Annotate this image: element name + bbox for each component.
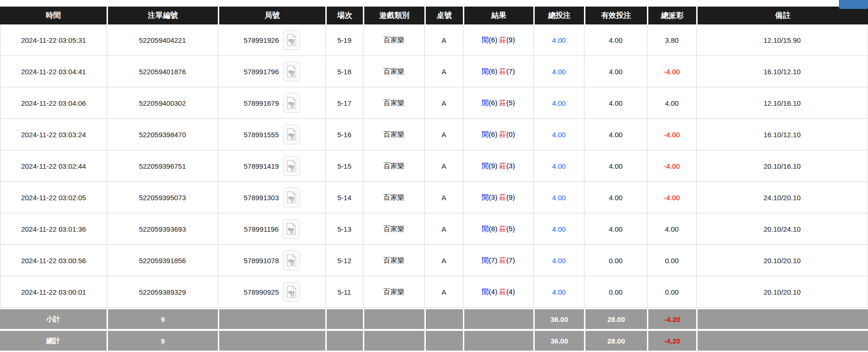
round-number-text: 578991419 bbox=[244, 162, 279, 170]
total-bet-link[interactable]: 4.00 bbox=[552, 162, 566, 170]
result-player-label: 閒 bbox=[482, 288, 489, 296]
video-replay-button[interactable] bbox=[283, 282, 300, 302]
cell-remark: 12.10/15.90 bbox=[696, 24, 868, 56]
cell-table-number: A bbox=[424, 87, 463, 119]
cell-table-number: A bbox=[424, 182, 463, 213]
table-header-row: 時間注單編號局號場次遊戲類別桌號結果總投注有效投注總派彩備註 bbox=[0, 7, 868, 24]
cell-valid-bet: 4.00 bbox=[584, 182, 647, 213]
top-right-button[interactable] bbox=[839, 0, 868, 9]
cell-game-type: 百家樂 bbox=[363, 213, 424, 245]
cell-time: 2024-11-22 03:02:05 bbox=[0, 182, 107, 213]
result-banker-label: 莊 bbox=[499, 99, 507, 107]
total-bet-link[interactable]: 4.00 bbox=[552, 288, 566, 296]
cell-bet-number: 522059400302 bbox=[107, 87, 218, 119]
round-number-text: 578991926 bbox=[244, 36, 279, 44]
cell-remark: 12.10/16.10 bbox=[696, 87, 868, 119]
cell-total-payout: -4.00 bbox=[647, 182, 696, 213]
round-number-text: 578991796 bbox=[244, 68, 279, 76]
total-bet-link[interactable]: 4.00 bbox=[552, 194, 566, 202]
cell-valid-bet: 4.00 bbox=[584, 150, 647, 182]
cell-valid-bet: 4.00 bbox=[584, 213, 647, 245]
total-bet-link[interactable]: 4.00 bbox=[552, 131, 566, 139]
total-bet-link[interactable]: 4.00 bbox=[552, 36, 566, 44]
column-header-total_bet: 總投注 bbox=[533, 7, 584, 24]
column-header-valid_bet: 有效投注 bbox=[584, 7, 647, 24]
footer-empty-cell bbox=[363, 329, 424, 351]
cell-result: 閒(6) 莊(7) bbox=[463, 56, 533, 87]
result-banker-score: (7) bbox=[507, 256, 515, 264]
cell-remark: 20.10/20.10 bbox=[696, 245, 868, 276]
cell-total-bet: 4.00 bbox=[533, 213, 584, 245]
column-header-session: 場次 bbox=[325, 7, 363, 24]
table-row: 2024-11-22 03:00:01522059389329578990925… bbox=[0, 276, 868, 308]
cell-table-number: A bbox=[424, 119, 463, 150]
bet-records-page: 時間注單編號局號場次遊戲類別桌號結果總投注有效投注總派彩備註 2024-11-2… bbox=[0, 7, 868, 352]
footer-count: 9 bbox=[107, 329, 218, 351]
result-player-score: (6) bbox=[489, 130, 497, 138]
cell-total-bet: 4.00 bbox=[533, 150, 584, 182]
cell-bet-number: 522059401876 bbox=[107, 56, 218, 87]
round-number-group: 578991078 bbox=[244, 250, 300, 270]
video-replay-button[interactable] bbox=[283, 30, 300, 50]
footer-empty-cell bbox=[424, 329, 463, 351]
video-replay-button[interactable] bbox=[283, 188, 300, 207]
table-row: 2024-11-22 03:00:56522059391856578991078… bbox=[0, 245, 868, 276]
footer-empty-cell bbox=[325, 308, 363, 329]
result-player-label: 閒 bbox=[482, 67, 489, 75]
video-replay-button[interactable] bbox=[283, 250, 300, 270]
video-replay-button[interactable] bbox=[283, 156, 300, 176]
round-number-group: 578991196 bbox=[244, 219, 300, 239]
total-bet-link[interactable]: 4.00 bbox=[552, 68, 566, 76]
video-replay-button[interactable] bbox=[283, 62, 300, 81]
total-bet-link[interactable]: 4.00 bbox=[552, 225, 566, 233]
result-player-score: (6) bbox=[489, 67, 497, 75]
table-row: 2024-11-22 03:05:31522059404221578991926… bbox=[0, 24, 868, 56]
result-player-score: (7) bbox=[489, 256, 497, 264]
footer-total-bet: 36.00 bbox=[533, 308, 584, 329]
video-file-icon bbox=[286, 286, 297, 298]
round-number-text: 578991303 bbox=[244, 194, 279, 202]
footer-empty-cell bbox=[218, 308, 325, 329]
cell-game-type: 百家樂 bbox=[363, 276, 424, 308]
cell-bet-number: 522059398470 bbox=[107, 119, 218, 150]
video-replay-button[interactable] bbox=[283, 219, 300, 239]
column-header-round_no: 局號 bbox=[218, 7, 325, 24]
cell-result: 閒(9) 莊(3) bbox=[463, 150, 533, 182]
cell-game-type: 百家樂 bbox=[363, 56, 424, 87]
footer-valid-bet: 28.00 bbox=[584, 308, 647, 329]
footer-total-payout: -4.20 bbox=[647, 329, 696, 351]
video-file-icon bbox=[286, 191, 297, 203]
result-player-score: (6) bbox=[489, 99, 497, 107]
footer-empty-cell bbox=[696, 308, 868, 329]
cell-time: 2024-11-22 03:04:06 bbox=[0, 87, 107, 119]
round-number-group: 578990925 bbox=[244, 282, 300, 302]
video-replay-button[interactable] bbox=[283, 93, 300, 113]
table-row: 2024-11-22 03:02:05522059395073578991303… bbox=[0, 182, 868, 213]
round-number-group: 578991679 bbox=[244, 93, 300, 113]
video-file-icon bbox=[286, 34, 297, 46]
video-file-icon bbox=[286, 223, 296, 235]
cell-result: 閒(4) 莊(4) bbox=[463, 276, 533, 308]
result-banker-label: 莊 bbox=[499, 130, 507, 138]
cell-remark: 16.10/12.10 bbox=[696, 56, 868, 87]
cell-round-number: 578991679 bbox=[218, 87, 325, 119]
result-banker-label: 莊 bbox=[499, 162, 507, 170]
round-number-group: 578991555 bbox=[244, 125, 300, 144]
cell-total-payout: -4.00 bbox=[647, 119, 696, 150]
total-bet-link[interactable]: 4.00 bbox=[552, 99, 566, 107]
footer-label: 總計 bbox=[0, 329, 107, 351]
result-banker-score: (9) bbox=[507, 36, 515, 44]
cell-game-type: 百家樂 bbox=[363, 182, 424, 213]
result-banker-label: 莊 bbox=[499, 193, 507, 201]
cell-table-number: A bbox=[424, 24, 463, 56]
table-row: 2024-11-22 03:04:41522059401876578991796… bbox=[0, 56, 868, 87]
video-replay-button[interactable] bbox=[283, 125, 300, 144]
column-header-bet_no: 注單編號 bbox=[107, 7, 218, 24]
cell-table-number: A bbox=[424, 213, 463, 245]
cell-valid-bet: 0.00 bbox=[584, 245, 647, 276]
cell-table-number: A bbox=[424, 56, 463, 87]
cell-game-type: 百家樂 bbox=[363, 119, 424, 150]
result-player-score: (8) bbox=[489, 225, 497, 233]
total-bet-link[interactable]: 4.00 bbox=[552, 257, 566, 265]
cell-session: 5-13 bbox=[325, 213, 363, 245]
